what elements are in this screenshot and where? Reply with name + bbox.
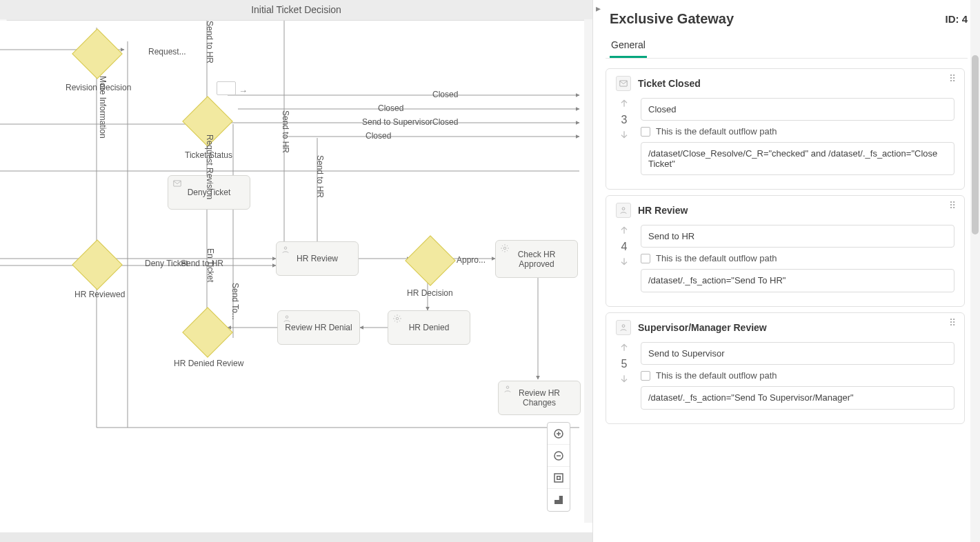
flow-label: Request Revision [205,134,214,199]
svg-point-40 [622,325,625,328]
activity-label: HR Denied [409,323,450,332]
reorder-controls: 5 [616,342,632,386]
gateway-label: HR Decision [407,288,453,298]
flow-label: Closed [378,103,403,113]
gear-icon [500,243,510,253]
path-name-input[interactable]: Send to HR [641,225,954,248]
move-down-button[interactable] [619,256,630,269]
reorder-controls: 4 [616,225,632,269]
tabs: General [606,34,968,59]
flow-label: Closed [432,90,458,99]
activity-label: HR Review [297,254,338,263]
flow-label: Closed [432,117,458,127]
user-icon [281,245,290,254]
panel-collapse-handle[interactable]: ▸ [596,3,601,14]
zoom-in-button[interactable] [548,423,570,445]
properties-panel: ▸ Exclusive Gateway ID: 4 General ⠿ Tick… [593,0,980,542]
flow-label: More Information [98,76,108,139]
path-name-input[interactable]: Closed [641,98,954,121]
flow-label: Send to Supervisor [362,117,432,127]
expression-input[interactable]: /dataset/Close_Resolve/C_R="checked" and… [641,142,954,175]
card-title: Supervisor/Manager Review [638,322,767,333]
flow-label: En Ticket [206,248,215,282]
panel-id: ID: 4 [945,13,968,25]
drag-handle-icon[interactable]: ⠿ [949,76,957,81]
path-index: 4 [621,241,628,253]
drag-handle-icon[interactable]: ⠿ [949,320,957,325]
flow-label: Send to HR [281,110,290,153]
expression-input[interactable]: /dataset/._fs_action="Send To HR" [641,269,954,292]
annotation-node[interactable] [217,81,236,95]
envelope-icon [616,76,631,91]
flow-label: Send to HR [205,21,214,63]
activity-hr-review[interactable]: HR Review [276,241,359,276]
default-path-checkbox[interactable] [641,254,650,263]
default-path-label: This is the default outflow path [656,370,777,381]
scrollbar-thumb[interactable] [972,55,979,234]
activity-review-hr-changes[interactable]: Review HR Changes [498,381,581,415]
path-name-input[interactable]: Send to Supervisor [641,342,954,365]
svg-point-27 [503,247,506,250]
outflow-cards: ⠿ Ticket Closed 3 Closed This is the [606,63,968,542]
arrow-right-icon: → [239,86,248,96]
tab-general[interactable]: General [610,34,647,58]
envelope-icon [172,179,182,188]
activity-check-hr-approved[interactable]: Check HR Approved [495,240,578,278]
svg-rect-37 [554,496,559,500]
h-scrollbar[interactable] [0,532,592,542]
user-icon [282,314,292,323]
drag-handle-icon[interactable]: ⠿ [949,203,957,208]
panel-title: Exclusive Gateway [610,11,734,27]
flow-label: Closed [366,131,391,141]
outflow-card: ⠿ HR Review 4 Send to HR This is the [606,195,965,307]
svg-point-28 [506,386,509,389]
outflow-card: ⠿ Supervisor/Manager Review 5 Send to Su… [606,312,965,424]
v-scrollbar-panel[interactable] [970,0,980,542]
move-down-button[interactable] [619,129,630,142]
svg-point-24 [284,247,287,250]
svg-point-39 [622,208,625,210]
expression-input[interactable]: /dataset/._fs_action="Send To Supervisor… [641,386,954,410]
flow-label: Send to HR [315,155,325,198]
svg-rect-38 [620,81,628,86]
flow-label: Send to HR [181,259,223,268]
default-path-label: This is the default outflow path [656,126,777,137]
outflow-card: ⠿ Ticket Closed 3 Closed This is the [606,68,965,190]
zoom-fit-button[interactable] [548,467,570,489]
flow-label: Request... [148,47,186,57]
card-title: Ticket Closed [638,78,701,89]
svg-rect-23 [174,181,181,186]
zoom-out-button[interactable] [548,445,570,467]
move-up-button[interactable] [619,342,630,355]
minimap-button[interactable] [548,489,570,511]
activity-label: Check HR Approved [500,250,573,269]
svg-point-25 [286,316,288,319]
path-index: 3 [621,114,628,126]
user-icon [503,384,512,394]
activity-hr-denied[interactable]: HR Denied [388,310,470,345]
gateway-label: HR Reviewed [74,290,125,299]
path-index: 5 [621,358,628,370]
svg-point-26 [396,317,399,320]
diagram-pane: Initial Ticket Decision [0,0,593,542]
user-icon [616,203,631,218]
move-up-button[interactable] [619,225,630,238]
activity-review-hr-denial[interactable]: Review HR Denial [277,310,360,345]
user-icon [616,320,631,335]
default-path-label: This is the default outflow path [656,253,777,263]
reorder-controls: 3 [616,98,632,142]
default-path-checkbox[interactable] [641,127,650,137]
card-title: HR Review [638,205,688,216]
activity-label: Review HR Changes [503,388,576,408]
gateway-label: HR Denied Review [174,359,243,368]
v-scrollbar-canvas[interactable] [584,19,592,523]
gear-icon [392,314,402,323]
zoom-panel [547,422,570,512]
move-down-button[interactable] [619,373,630,386]
svg-rect-35 [557,476,561,479]
flow-label: Send To... [230,283,240,320]
activity-label: Review HR Denial [285,323,352,332]
default-path-checkbox[interactable] [641,371,650,381]
workflow-canvas[interactable]: Revision Decision Ticket Status HR Revie… [0,21,592,532]
move-up-button[interactable] [619,98,630,111]
